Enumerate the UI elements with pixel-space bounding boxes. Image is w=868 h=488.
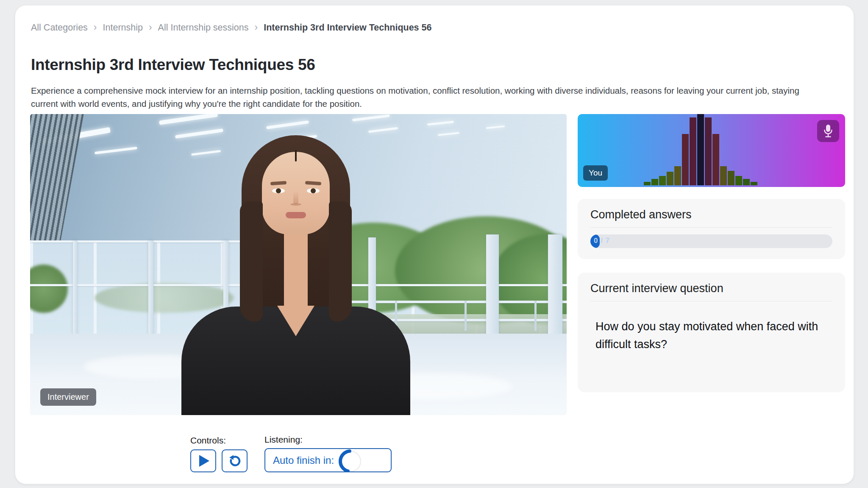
audio-bar xyxy=(644,182,651,185)
current-question-card: Current interview question How do you st… xyxy=(578,273,845,392)
iris xyxy=(311,188,316,193)
window-mullion xyxy=(148,240,153,340)
v-neckline xyxy=(277,306,314,336)
countdown-arc-icon xyxy=(338,449,363,473)
audio-bar xyxy=(705,117,712,185)
question-text: How do you stay motivated when faced wit… xyxy=(595,318,833,353)
hair-part xyxy=(295,150,297,162)
lips xyxy=(286,212,306,218)
audio-bar xyxy=(720,166,727,185)
chevron-right-icon: › xyxy=(94,22,97,32)
interviewer-label: Interviewer xyxy=(40,388,96,406)
audio-bar xyxy=(712,134,719,185)
divider xyxy=(590,227,832,228)
window-pillar xyxy=(486,234,499,343)
window-mullion xyxy=(73,240,77,340)
restart-button[interactable] xyxy=(222,449,248,472)
audio-bar xyxy=(697,114,704,185)
breadcrumb-all-internship-sessions[interactable]: All Internship sessions xyxy=(158,22,249,33)
listening-label: Listening: xyxy=(264,435,392,445)
auto-finish-label: Auto finish in: xyxy=(273,455,334,466)
ceiling-light xyxy=(159,114,218,125)
eye xyxy=(272,188,285,193)
ceiling-light xyxy=(266,120,309,129)
audio-bar xyxy=(659,176,666,185)
right-column: You Completed answers xyxy=(578,114,845,415)
eyebrow xyxy=(305,181,321,186)
interviewer-face xyxy=(262,152,330,234)
answers-progress-bar: 0 / 7 xyxy=(590,234,832,248)
current-question-title: Current interview question xyxy=(590,279,832,295)
ceiling-light xyxy=(486,125,505,128)
nose-shadow xyxy=(290,203,301,206)
ceiling-light xyxy=(95,147,137,155)
ceiling-light xyxy=(352,114,390,122)
completed-answers-card: Completed answers 0 / 7 xyxy=(578,199,845,259)
distant-greenery xyxy=(95,283,234,313)
play-button[interactable] xyxy=(190,449,216,472)
play-icon xyxy=(199,455,209,467)
audio-bar xyxy=(674,166,681,185)
main-row: Interviewer You xyxy=(30,114,845,415)
controls-label: Controls: xyxy=(190,435,248,446)
railing-post xyxy=(465,301,467,331)
hair-strand xyxy=(240,201,263,322)
breadcrumb-all-categories[interactable]: All Categories xyxy=(31,22,88,33)
audio-bar xyxy=(690,117,696,185)
audio-bars xyxy=(644,114,757,185)
eye xyxy=(307,188,320,193)
audio-bar xyxy=(667,172,673,185)
controls-group: Controls: xyxy=(190,435,248,472)
microphone-icon xyxy=(822,123,834,139)
ceiling-light xyxy=(175,128,223,139)
chevron-right-icon: › xyxy=(255,22,258,32)
eyebrow xyxy=(270,181,286,186)
iris xyxy=(276,188,281,193)
audio-bar xyxy=(651,179,658,185)
page-title: Internship 3rd Interview Techniques 56 xyxy=(31,56,315,74)
progress-count: 0 / 7 xyxy=(594,237,610,245)
you-label: You xyxy=(583,165,608,181)
breadcrumb-current: Internship 3rd Interview Techniques 56 xyxy=(264,22,431,33)
railing-post xyxy=(534,301,537,331)
divider xyxy=(590,301,832,301)
ceiling-light xyxy=(191,150,221,156)
hair-strand xyxy=(329,201,352,322)
user-audio-visualizer: You xyxy=(578,114,845,187)
audio-bar xyxy=(743,179,750,185)
auto-finish-box: Auto finish in: xyxy=(264,448,392,472)
interviewer-neck xyxy=(284,223,308,313)
window-pillar xyxy=(548,234,562,343)
ceiling-light xyxy=(368,127,398,133)
listening-group: Listening: Auto finish in: xyxy=(264,435,392,472)
audio-bar xyxy=(728,171,734,185)
ceiling-light xyxy=(427,121,454,125)
breadcrumb-internship[interactable]: Internship xyxy=(103,22,143,33)
session-card: All Categories › Internship › All Intern… xyxy=(15,5,854,484)
chevron-right-icon: › xyxy=(149,22,152,32)
audio-bar xyxy=(751,182,757,185)
ceiling-light xyxy=(438,132,459,136)
microphone-button[interactable] xyxy=(817,120,839,142)
audio-bar xyxy=(735,176,742,185)
completed-answers-title: Completed answers xyxy=(590,205,832,221)
restart-icon xyxy=(228,454,242,468)
interviewer-video: Interviewer xyxy=(30,114,567,415)
breadcrumb: All Categories › Internship › All Intern… xyxy=(31,22,431,33)
page-description: Experience a comprehensive mock intervie… xyxy=(31,84,814,110)
audio-bar xyxy=(682,134,689,185)
